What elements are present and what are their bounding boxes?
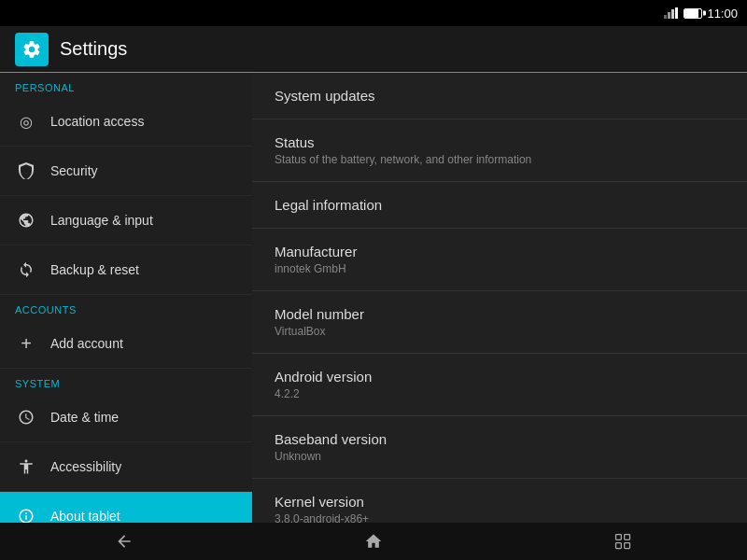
svg-rect-4: [615, 535, 621, 540]
status-icons: 11:00: [664, 7, 738, 21]
sidebar-item-security[interactable]: Security: [0, 147, 252, 196]
about-tablet-icon: [15, 505, 37, 523]
content-item-subtitle: 4.2.2: [275, 387, 725, 400]
sidebar-item-label: Language & input: [50, 213, 153, 228]
settings-icon: [15, 33, 49, 66]
recent-apps-button[interactable]: [599, 527, 646, 555]
content-item-title: Manufacturer: [275, 244, 725, 259]
sidebar-item-label: Location access: [50, 114, 144, 129]
sidebar-item-add-account[interactable]: + Add account: [0, 319, 252, 369]
add-account-icon: +: [15, 332, 37, 355]
content-item-manufacturer[interactable]: Manufacturer innotek GmbH: [252, 229, 747, 291]
battery-icon: [684, 8, 702, 19]
svg-marker-1: [668, 12, 670, 19]
sidebar-item-label: About tablet: [50, 509, 120, 523]
sidebar-item-label: Add account: [50, 336, 123, 351]
sidebar-item-label: Backup & reset: [50, 262, 139, 277]
content-item-title: Model number: [275, 306, 725, 322]
content-item-subtitle: VirtualBox: [275, 325, 725, 338]
sidebar-item-about-tablet[interactable]: About tablet: [0, 492, 252, 523]
sidebar-item-location[interactable]: ◎ Location access: [0, 97, 252, 147]
svg-rect-5: [624, 535, 629, 540]
content-item-title: Kernel version: [275, 494, 725, 510]
kernel-version-details: 3.8.0-android-x86+ cwhuang@fw.cwhuang.in…: [275, 512, 725, 523]
sidebar-item-language[interactable]: Language & input: [0, 196, 252, 245]
sidebar-item-backup[interactable]: Backup & reset: [0, 245, 252, 295]
nav-bar: [0, 523, 747, 560]
content-item-baseband-version[interactable]: Baseband version Unknown: [252, 416, 747, 479]
main-layout: PERSONAL ◎ Location access Security Lang…: [0, 73, 747, 523]
content-item-legal[interactable]: Legal information: [252, 182, 747, 229]
sidebar: PERSONAL ◎ Location access Security Lang…: [0, 73, 252, 523]
location-icon: ◎: [15, 110, 37, 133]
section-header-personal: PERSONAL: [0, 73, 252, 97]
content-item-kernel-version[interactable]: Kernel version 3.8.0-android-x86+ cwhuan…: [252, 479, 747, 523]
content-item-subtitle: Status of the battery, network, and othe…: [275, 153, 725, 166]
content-item-system-updates[interactable]: System updates: [252, 73, 747, 119]
content-item-subtitle: innotek GmbH: [275, 262, 725, 275]
status-time: 11:00: [707, 7, 738, 21]
security-icon: [15, 160, 37, 182]
content-item-title: Baseband version: [275, 431, 725, 447]
section-header-accounts: ACCOUNTS: [0, 295, 252, 319]
accessibility-icon: [15, 455, 37, 478]
content-item-title: Android version: [275, 369, 725, 385]
page-title: Settings: [60, 38, 127, 60]
content-item-android-version[interactable]: Android version 4.2.2: [252, 354, 747, 416]
date-time-icon: [15, 406, 37, 428]
section-header-system: SYSTEM: [0, 369, 252, 393]
content-area: System updates Status Status of the batt…: [252, 73, 747, 523]
sidebar-item-label: Accessibility: [50, 459, 121, 474]
home-button[interactable]: [350, 527, 397, 555]
svg-marker-3: [675, 7, 678, 19]
content-item-title: Legal information: [275, 197, 725, 213]
language-icon: [15, 209, 37, 231]
content-item-title: System updates: [275, 88, 725, 104]
app-header: Settings: [0, 26, 747, 73]
svg-rect-6: [615, 543, 621, 549]
sidebar-item-label: Security: [50, 163, 98, 178]
content-item-title: Status: [275, 134, 725, 150]
content-item-subtitle: Unknown: [275, 450, 725, 463]
sidebar-item-label: Date & time: [50, 410, 119, 425]
status-bar: 11:00: [0, 0, 747, 26]
sidebar-item-accessibility[interactable]: Accessibility: [0, 442, 252, 492]
signal-icon: [664, 7, 679, 19]
svg-rect-7: [624, 543, 629, 549]
back-button[interactable]: [101, 527, 148, 555]
sidebar-item-date-time[interactable]: Date & time: [0, 393, 252, 442]
content-item-status[interactable]: Status Status of the battery, network, a…: [252, 119, 747, 182]
backup-icon: [15, 259, 37, 281]
content-item-model-number[interactable]: Model number VirtualBox: [252, 291, 747, 354]
svg-marker-2: [671, 9, 674, 19]
svg-marker-0: [664, 15, 667, 19]
